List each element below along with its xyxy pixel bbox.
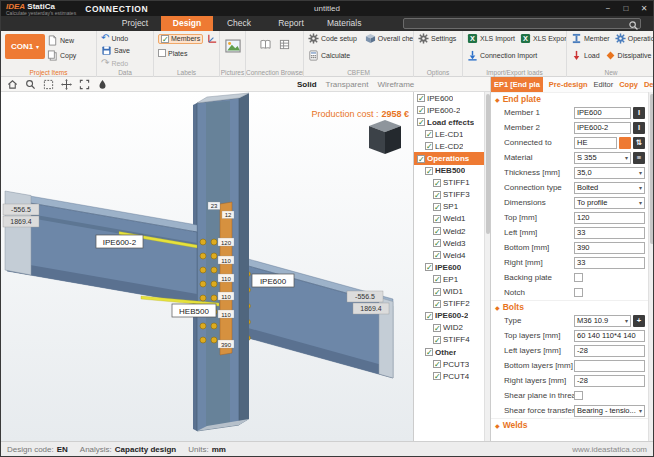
notch-checkbox[interactable] <box>574 288 583 297</box>
view-mode-solid[interactable]: Solid <box>297 80 317 89</box>
new-load-button[interactable]: Load <box>571 50 600 61</box>
member1-pick-button[interactable]: I <box>633 107 645 119</box>
label-column[interactable]: HEB500 <box>172 304 216 317</box>
connected-to-field[interactable]: HE <box>574 137 617 149</box>
save-button[interactable]: Save <box>101 45 130 56</box>
copy-item-button[interactable]: Copy <box>47 50 76 61</box>
calculate-button[interactable]: Calculate <box>308 50 350 61</box>
new-member-button[interactable]: Member <box>571 33 610 44</box>
tab-project[interactable]: Project <box>109 16 161 31</box>
member2-pick-button[interactable]: I <box>633 122 645 134</box>
connection-browser-grid-icon[interactable] <box>279 39 290 50</box>
right-input[interactable]: 33 <box>574 257 645 269</box>
tree-checkbox[interactable]: ✓ <box>433 203 441 211</box>
3d-viewport[interactable]: 23 12 120 110 110 110 110 390 <box>1 92 413 441</box>
search-input[interactable] <box>403 18 641 29</box>
label-right-beam[interactable]: IPE600 <box>252 274 294 287</box>
new-dissipative-item-button[interactable]: Dissipative item <box>605 50 654 61</box>
view-mode-wireframe[interactable]: Wireframe <box>377 80 414 89</box>
bolt-type-select[interactable]: M36 10.9▾ <box>574 315 631 327</box>
label-left-beam[interactable]: IPE600-2 <box>96 235 143 248</box>
tree-checkbox[interactable]: ✓ <box>425 263 433 271</box>
tree-item[interactable]: ✓WID1 <box>414 286 490 298</box>
tree-item[interactable]: ✓Other <box>414 346 490 358</box>
thickness-select[interactable]: 35,0▾ <box>574 167 645 179</box>
tree-checkbox[interactable]: ✓ <box>425 348 433 356</box>
tree-checkbox[interactable]: ✓ <box>425 130 433 138</box>
left-input[interactable]: 33 <box>574 227 645 239</box>
tree-checkbox[interactable]: ✓ <box>417 106 425 114</box>
pan-icon[interactable] <box>61 79 72 90</box>
tree-checkbox[interactable]: ✓ <box>417 118 425 126</box>
xls-export-button[interactable]: X XLS Export <box>520 33 567 44</box>
copy-operation-button[interactable]: Copy <box>619 80 638 89</box>
tree-checkbox[interactable]: ✓ <box>433 239 441 247</box>
tree-item[interactable]: ✓Weld4 <box>414 249 490 261</box>
zoom-extents-icon[interactable] <box>79 79 90 90</box>
material-library-button[interactable]: ≡ <box>633 152 645 164</box>
tree-item[interactable]: ✓Weld1 <box>414 213 490 225</box>
top-layers-input[interactable]: 60 140 110*4 140 <box>574 330 645 342</box>
overall-check-button[interactable]: Overall check <box>365 33 414 44</box>
tab-check[interactable]: Check <box>213 16 265 31</box>
tree-item[interactable]: ✓Weld2 <box>414 225 490 237</box>
delete-operation-button[interactable]: Delete <box>644 80 654 89</box>
tree-checkbox[interactable]: ✓ <box>433 336 441 344</box>
tree-item[interactable]: ✓WID2 <box>414 322 490 334</box>
tree-item[interactable]: ✓STIFF2 <box>414 298 490 310</box>
tree-item-selected[interactable]: ✓Operations <box>414 152 490 164</box>
plates-labels-checkbox[interactable]: Plates <box>158 49 187 57</box>
zoom-window-icon[interactable] <box>43 79 54 90</box>
member2-field[interactable]: IPE600-2 <box>574 122 631 134</box>
section-bolts[interactable]: ◆Bolts <box>491 300 654 313</box>
tree-item[interactable]: ✓STIFF1 <box>414 177 490 189</box>
tree-checkbox[interactable]: ✓ <box>433 288 441 296</box>
home-view-icon[interactable] <box>7 79 18 90</box>
tree-checkbox[interactable]: ✓ <box>433 179 441 187</box>
tab-materials[interactable]: Materials <box>317 16 371 31</box>
predesign-button[interactable]: Pre-design <box>549 80 588 89</box>
picture-icon[interactable] <box>225 39 241 53</box>
dimensions-select[interactable]: To profile▾ <box>574 197 645 209</box>
bottom-input[interactable]: 390 <box>574 242 645 254</box>
tree-item[interactable]: ✓IPE600 <box>414 92 490 104</box>
lcs-labels-toggle[interactable]: LCS <box>207 33 220 44</box>
tree-item[interactable]: ✓STIFF3 <box>414 189 490 201</box>
properties-scrollbar[interactable] <box>648 92 654 441</box>
material-select[interactable]: S 355▾ <box>574 152 631 164</box>
view-cube[interactable] <box>369 120 401 154</box>
tree-checkbox[interactable]: ✓ <box>425 142 433 150</box>
tab-design[interactable]: Design <box>161 16 213 31</box>
close-button[interactable]: ✕ <box>635 1 653 16</box>
connection-browser-gallery-icon[interactable] <box>260 39 271 50</box>
connection-type-select[interactable]: Bolted▾ <box>574 182 645 194</box>
view-mode-transparent[interactable]: Transparent <box>326 80 369 89</box>
maximize-button[interactable]: □ <box>617 1 635 16</box>
zoom-icon[interactable] <box>25 79 36 90</box>
left-layers-input[interactable]: -28 <box>574 345 645 357</box>
tree-checkbox[interactable]: ✓ <box>433 275 441 283</box>
website-link[interactable]: www.ideastatica.com <box>572 445 647 454</box>
new-item-button[interactable]: New <box>47 35 76 46</box>
new-operation-button[interactable]: Operation <box>615 33 654 44</box>
bolt-add-button[interactable]: + <box>633 315 645 327</box>
tree-checkbox[interactable]: ✓ <box>433 191 441 199</box>
connected-to-spinner[interactable]: ⇅ <box>633 137 645 149</box>
tree-checkbox[interactable]: ✓ <box>433 360 441 368</box>
tree-item[interactable]: ✓SP1 <box>414 201 490 213</box>
tree-checkbox[interactable]: ✓ <box>433 372 441 380</box>
tab-report[interactable]: Report <box>265 16 317 31</box>
tree-checkbox[interactable]: ✓ <box>433 251 441 259</box>
right-layers-input[interactable]: -28 <box>574 375 645 387</box>
code-setup-button[interactable]: Code setup <box>308 33 357 44</box>
tree-checkbox[interactable]: ✓ <box>417 94 425 102</box>
tree-checkbox[interactable]: ✓ <box>425 167 433 175</box>
tree-item[interactable]: ✓Weld3 <box>414 237 490 249</box>
tree-checkbox[interactable]: ✓ <box>433 215 441 223</box>
connection-import-button[interactable]: Connection Import <box>467 50 537 61</box>
tree-item[interactable]: ✓PCUT3 <box>414 358 490 370</box>
bottom-layers-input[interactable] <box>574 360 645 372</box>
tree-item[interactable]: ✓IPE600 <box>414 261 490 273</box>
section-end-plate[interactable]: ◆End plate <box>491 92 654 105</box>
tree-checkbox[interactable]: ✓ <box>433 324 441 332</box>
